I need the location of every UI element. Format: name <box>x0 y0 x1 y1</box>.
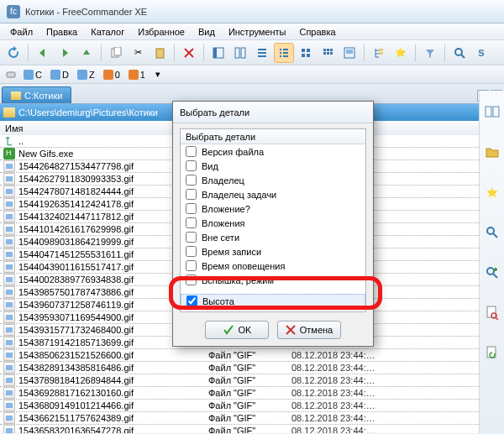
detail-checkbox[interactable] <box>186 295 197 306</box>
folder-icon <box>3 107 15 118</box>
detail-checkbox[interactable] <box>186 246 197 257</box>
file-row[interactable]: 15438289134385816486.gifФайл "GIF"08.12.… <box>0 362 479 374</box>
detail-checkbox[interactable] <box>186 275 197 285</box>
detail-checkbox[interactable] <box>186 203 197 214</box>
cancel-button[interactable]: Отмена <box>277 321 341 339</box>
detail-label: Вид <box>202 161 218 171</box>
detail-checkbox[interactable] <box>186 260 197 271</box>
ok-button[interactable]: OK <box>205 321 269 339</box>
gif-icon <box>3 299 15 311</box>
file-date: 08.12.2018 23:44:… <box>291 413 375 423</box>
detail-option[interactable]: Высота <box>181 294 365 308</box>
menu-catalog[interactable]: Каталог <box>84 25 131 39</box>
doc-search-icon[interactable] <box>484 305 501 322</box>
svg-rect-11 <box>323 49 326 51</box>
find-icon[interactable] <box>484 224 501 241</box>
detail-option[interactable]: Вне сети <box>181 230 365 244</box>
menu-view[interactable]: Вид <box>192 25 222 39</box>
svg-rect-14 <box>323 52 326 55</box>
refresh-doc-icon[interactable] <box>484 345 501 362</box>
favorites-icon[interactable]: ⭐ <box>391 43 411 63</box>
view-nav-icon[interactable] <box>208 43 228 63</box>
view-large-icons-icon[interactable] <box>296 43 316 63</box>
delete-icon[interactable] <box>179 43 199 63</box>
menu-tools[interactable]: Инструменты <box>222 25 293 39</box>
dialog-list-header[interactable]: Выбрать детали <box>181 129 365 144</box>
drive-1[interactable]: 1 <box>125 70 149 80</box>
tab-active[interactable]: C:Котики <box>2 86 71 103</box>
folder-icon[interactable] <box>484 144 501 160</box>
menu-favorites[interactable]: Избранное <box>131 25 192 39</box>
drive-d[interactable]: D <box>47 70 72 80</box>
detail-label: Время оповещения <box>202 261 285 271</box>
drive-list-icon[interactable] <box>3 67 18 82</box>
gif-icon <box>3 337 15 348</box>
file-row[interactable]: 15436809149101214466.gifФайл "GIF"08.12.… <box>0 400 479 412</box>
drive-toolbar: C D Z 0 1 ▾ <box>0 65 504 84</box>
file-type: Файл "GIF" <box>208 350 288 360</box>
column-name[interactable]: Имя <box>5 123 23 133</box>
file-name: 15437898184126894844.gif <box>18 375 205 385</box>
detail-option[interactable]: Владелец задачи <box>181 187 365 201</box>
drive-z[interactable]: Z <box>74 70 98 80</box>
detail-option[interactable]: Время оповещения <box>181 259 365 273</box>
file-row[interactable]: 15436621511757624389.gifФайл "GIF"08.12.… <box>0 412 479 425</box>
search-icon[interactable] <box>449 43 470 63</box>
detail-checkbox[interactable] <box>186 175 197 186</box>
detail-option[interactable]: Вложение? <box>181 201 365 216</box>
menu-help[interactable]: Справка <box>292 25 342 39</box>
detail-label: Версия файла <box>202 147 264 157</box>
quick-search-icon[interactable]: S <box>471 43 491 63</box>
cut-icon[interactable]: ✂ <box>128 43 148 63</box>
add-search-icon[interactable] <box>484 264 501 281</box>
drive-c[interactable]: C <box>20 70 45 80</box>
back-icon[interactable] <box>33 43 53 63</box>
file-row[interactable]: 15436928817162130160.gifФайл "GIF"08.12.… <box>0 387 479 400</box>
detail-option[interactable]: Время записи <box>181 244 365 259</box>
detail-checkbox[interactable] <box>186 232 197 243</box>
file-date: 08.12.2018 23:44:… <box>291 388 375 398</box>
star-icon[interactable]: ⭐ <box>484 184 501 201</box>
svg-rect-19 <box>379 49 383 51</box>
detail-option[interactable]: Вложения <box>181 216 365 230</box>
forward-icon[interactable] <box>55 43 75 63</box>
paste-icon[interactable] <box>150 43 170 63</box>
detail-label: Вложения <box>202 218 245 228</box>
view-small-icons-icon[interactable] <box>318 43 338 63</box>
detail-option[interactable]: Вид <box>181 159 365 173</box>
tree-icon[interactable] <box>369 43 389 63</box>
file-type: Файл "GIF" <box>208 426 288 433</box>
gif-icon <box>3 261 15 273</box>
detail-option[interactable]: Владелец <box>181 173 365 187</box>
view-list-icon[interactable] <box>252 43 272 63</box>
svg-rect-16 <box>330 52 333 55</box>
menu-edit[interactable]: Правка <box>39 25 84 39</box>
detail-option[interactable]: Версия файла <box>181 144 365 159</box>
menu-file[interactable]: Файл <box>3 25 39 39</box>
drive-menu-icon[interactable]: ▾ <box>150 67 165 82</box>
copy-icon[interactable] <box>106 43 126 63</box>
view-icon[interactable] <box>484 103 501 120</box>
view-details-icon[interactable] <box>274 43 294 63</box>
detail-checkbox[interactable] <box>186 160 197 171</box>
svg-rect-15 <box>327 52 329 55</box>
gif-icon <box>3 286 15 298</box>
file-row[interactable]: 15437898184126894844.gifФайл "GIF"08.12.… <box>0 374 479 387</box>
file-row[interactable]: 15436583201636547278.gifФайл "GIF"08.12.… <box>0 425 479 433</box>
file-type: Файл "GIF" <box>208 413 288 423</box>
gif-icon <box>3 387 15 399</box>
refresh-icon[interactable] <box>3 43 24 63</box>
drive-0[interactable]: 0 <box>100 70 123 80</box>
detail-checkbox[interactable] <box>186 189 197 200</box>
detail-checkbox[interactable] <box>186 217 197 228</box>
gif-icon <box>3 160 15 172</box>
folder-icon <box>11 92 21 100</box>
detail-option[interactable]: Вспышка, режим <box>181 273 365 287</box>
detail-checkbox[interactable] <box>186 146 197 157</box>
up-icon[interactable] <box>76 43 97 63</box>
svg-rect-10 <box>307 54 310 57</box>
file-row[interactable]: 15438506231521526600.gifФайл "GIF"08.12.… <box>0 349 479 362</box>
view-split-icon[interactable] <box>230 43 250 63</box>
view-thumbs-icon[interactable] <box>339 43 360 63</box>
filter-icon[interactable] <box>420 43 440 63</box>
